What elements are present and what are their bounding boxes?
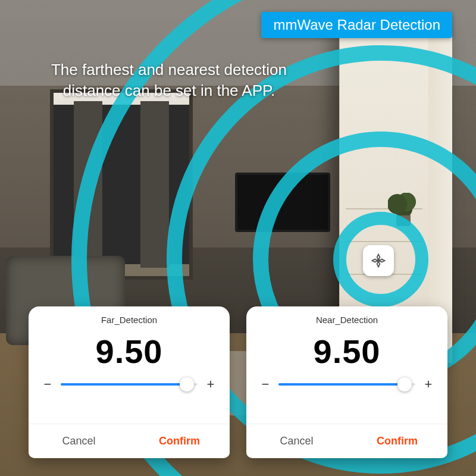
card-title: Near_Detection [246, 306, 447, 328]
plus-button[interactable]: + [422, 377, 434, 392]
slider-fill [278, 383, 405, 386]
promo-image: mmWave Radar Detection The farthest and … [0, 0, 476, 476]
card-title: Far_Detection [29, 306, 230, 328]
slider-thumb[interactable] [397, 377, 412, 392]
slider-thumb[interactable] [180, 377, 194, 392]
slider-row: − + [246, 377, 447, 397]
slider-row: − + [29, 377, 230, 397]
card-actions: Cancel Confirm [246, 424, 447, 458]
confirm-button[interactable]: Confirm [347, 424, 447, 458]
cancel-button[interactable]: Cancel [246, 424, 347, 458]
slider-track[interactable] [61, 377, 198, 392]
slider-track[interactable] [278, 377, 415, 392]
confirm-button[interactable]: Confirm [129, 424, 230, 458]
card-value: 9.50 [246, 328, 447, 377]
card-far-detection: Far_Detection 9.50 − + Cancel Confirm [29, 306, 230, 458]
card-near-detection: Near_Detection 9.50 − + Cancel Confirm [246, 306, 447, 458]
minus-button[interactable]: − [259, 377, 271, 392]
slider-fill [61, 383, 187, 386]
card-actions: Cancel Confirm [29, 424, 230, 458]
settings-cards: Far_Detection 9.50 − + Cancel Confirm Ne… [29, 306, 447, 458]
sensor-icon [370, 252, 387, 269]
card-value: 9.50 [29, 328, 230, 377]
caption-text: The farthest and nearest detection dista… [29, 60, 309, 101]
plus-button[interactable]: + [205, 377, 217, 392]
sensor-device [363, 245, 394, 276]
title-badge: mmWave Radar Detection [261, 12, 452, 38]
minus-button[interactable]: − [42, 377, 54, 392]
cancel-button[interactable]: Cancel [29, 424, 129, 458]
